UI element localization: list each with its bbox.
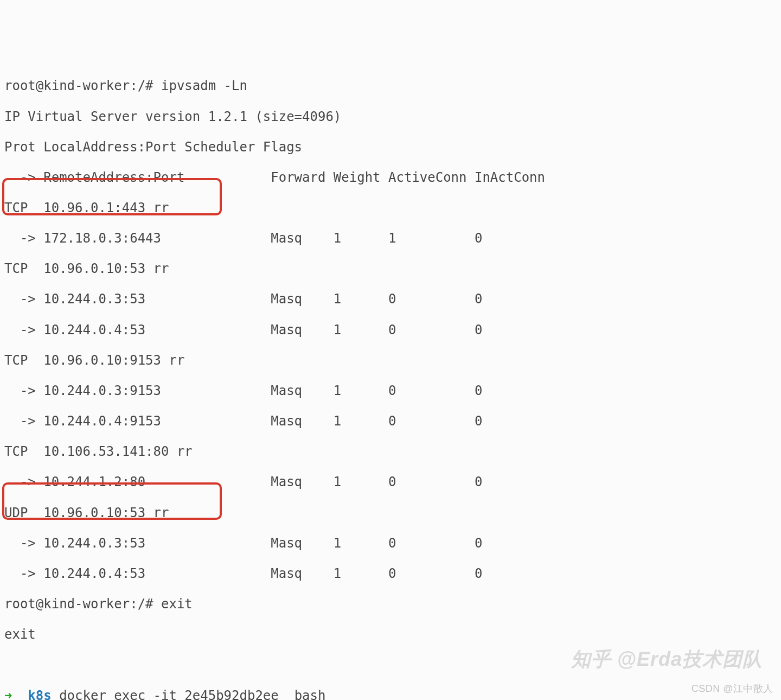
terminal-line: Prot LocalAddress:Port Scheduler Flags bbox=[4, 139, 777, 155]
prompt-arrow-icon: ➜ bbox=[4, 688, 12, 700]
ipvs-rule: -> 10.244.0.3:9153 Masq 1 0 0 bbox=[4, 383, 777, 398]
ipvs-rule: -> 10.244.0.4:53 Masq 1 0 0 bbox=[4, 566, 777, 581]
ipvs-rule: -> 10.244.1.2:80 Masq 1 0 0 bbox=[4, 474, 777, 489]
zhihu-watermark: 知乎 @Erda技术团队 bbox=[571, 648, 763, 671]
docker-exec-line: ➜ k8s docker exec -it 2e45b92db2ee bash bbox=[4, 688, 777, 700]
terminal-line: root@kind-worker:/# exit bbox=[4, 596, 777, 612]
ipvs-rule: TCP 10.96.0.1:443 rr bbox=[4, 200, 777, 215]
ipvs-rule: TCP 10.96.0.10:53 rr bbox=[4, 261, 777, 276]
ipvs-rule: -> 10.244.0.3:53 Masq 1 0 0 bbox=[4, 291, 777, 307]
terminal-line: IP Virtual Server version 1.2.1 (size=40… bbox=[4, 109, 777, 124]
ipvs-rule: -> 10.244.0.4:9153 Masq 1 0 0 bbox=[4, 413, 777, 429]
ipvs-rule: TCP 10.96.0.10:9153 rr bbox=[4, 353, 777, 368]
terminal-line: exit bbox=[4, 627, 777, 642]
ipvs-rule: TCP 10.106.53.141:80 rr bbox=[4, 444, 777, 459]
ipvs-rule: -> 10.244.0.3:53 Masq 1 0 0 bbox=[4, 536, 777, 551]
docker-command: docker exec -it 2e45b92db2ee bash bbox=[52, 688, 326, 700]
ipvs-rule: -> 10.244.0.4:53 Masq 1 0 0 bbox=[4, 322, 777, 338]
ipvs-rule: -> 172.18.0.3:6443 Masq 1 1 0 bbox=[4, 231, 777, 246]
ipvs-rule: UDP 10.96.0.10:53 rr bbox=[4, 505, 777, 520]
terminal-line: -> RemoteAddress:Port Forward Weight Act… bbox=[4, 170, 777, 185]
prompt-directory: k8s bbox=[28, 688, 51, 700]
terminal-line: root@kind-worker:/# ipvsadm -Ln bbox=[4, 78, 777, 93]
